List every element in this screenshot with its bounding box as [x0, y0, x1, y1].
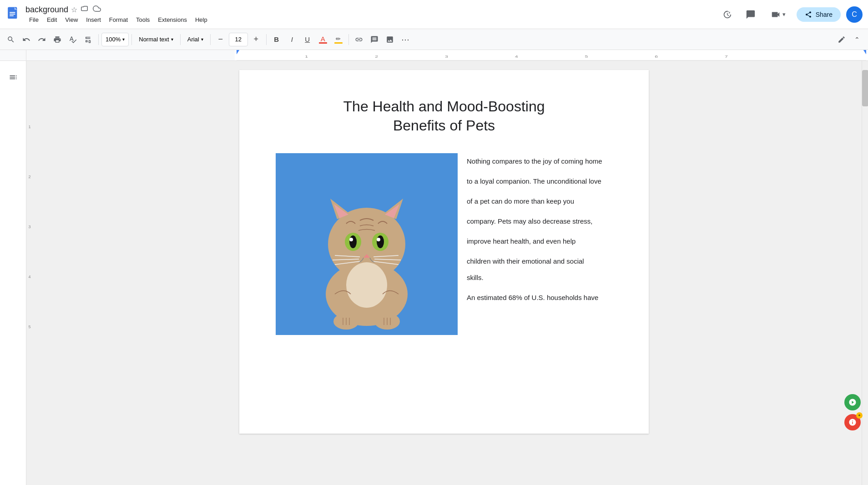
- svg-point-27: [349, 238, 353, 241]
- folder-icon[interactable]: [81, 5, 89, 15]
- text-para-4: company. Pets may also decrease stress,: [467, 213, 612, 230]
- zoom-dropdown-icon: ▾: [122, 37, 125, 42]
- text-para-6: children with their emotional and social…: [467, 253, 612, 286]
- increase-font-button[interactable]: +: [249, 32, 263, 47]
- font-select[interactable]: Arial ▾: [183, 33, 207, 46]
- top-bar: background ☆ File Edit View Insert: [0, 0, 868, 29]
- menu-format[interactable]: Format: [106, 15, 131, 24]
- zoom-value: 100%: [106, 36, 121, 43]
- doc-title[interactable]: background: [25, 5, 68, 15]
- separator-3: [180, 34, 181, 45]
- svg-point-36: [346, 262, 387, 308]
- menu-tools[interactable]: Tools: [132, 15, 153, 24]
- add-comment-button[interactable]: [367, 32, 382, 47]
- cat-image: [276, 153, 458, 335]
- print-button[interactable]: [50, 32, 65, 47]
- text-para-2: to a loyal companion. The unconditional …: [467, 173, 612, 190]
- text-content: Nothing compares to the joy of coming ho…: [467, 153, 612, 335]
- font-value: Arial: [187, 36, 199, 43]
- ruler: 1 2 3 4 5 6 7: [0, 50, 868, 61]
- link-button[interactable]: [352, 32, 366, 47]
- share-button[interactable]: Share: [797, 7, 841, 22]
- svg-text:6: 6: [655, 55, 658, 59]
- red-float-button[interactable]: +: [844, 414, 861, 430]
- menu-bar: File Edit View Insert Format Tools Exten…: [25, 15, 714, 24]
- svg-text:3: 3: [445, 55, 448, 59]
- top-bar-right: ▾ Share C: [718, 5, 863, 24]
- highlight-color-bar: [334, 42, 343, 44]
- doc-title-row: background ☆: [25, 5, 714, 15]
- paint-format-button[interactable]: [81, 32, 96, 47]
- menu-edit[interactable]: Edit: [43, 15, 61, 24]
- style-select[interactable]: Normal text ▾: [135, 33, 177, 46]
- toolbar: 100% ▾ Normal text ▾ Arial ▾ − 12 + B I …: [0, 29, 868, 50]
- text-para-5: improve heart health, and even help: [467, 233, 612, 250]
- spellcheck-button[interactable]: [66, 32, 80, 47]
- more-options-button[interactable]: ⋯: [398, 32, 413, 47]
- google-docs-icon[interactable]: [5, 6, 22, 23]
- main-layout: 1 2 3 4 5 The Health and Mood-BoostingBe…: [0, 61, 868, 485]
- document-page: The Health and Mood-BoostingBenefits of …: [239, 70, 649, 434]
- floating-buttons: +: [844, 394, 861, 430]
- menu-file[interactable]: File: [25, 15, 42, 24]
- font-size-area: − 12 +: [213, 32, 263, 47]
- separator-6: [348, 34, 349, 45]
- svg-point-25: [349, 235, 357, 248]
- style-value: Normal text: [139, 36, 169, 43]
- history-button[interactable]: [718, 5, 736, 24]
- separator-5: [266, 34, 267, 45]
- collapse-toolbar-button[interactable]: ⌃: [850, 32, 864, 47]
- separator-1: [98, 34, 99, 45]
- text-para-1: Nothing compares to the joy of coming ho…: [467, 153, 612, 170]
- doc-area[interactable]: 1 2 3 4 5 The Health and Mood-BoostingBe…: [26, 61, 862, 485]
- text-color-button[interactable]: A: [316, 32, 330, 47]
- svg-marker-14: [237, 50, 239, 55]
- font-dropdown-icon: ▾: [201, 37, 203, 42]
- menu-view[interactable]: View: [61, 15, 81, 24]
- bold-button[interactable]: B: [269, 32, 284, 47]
- zoom-select[interactable]: 100% ▾: [101, 33, 129, 46]
- sidebar: [0, 61, 26, 485]
- camera-meet-button[interactable]: ▾: [765, 7, 791, 22]
- green-float-button[interactable]: [844, 394, 861, 410]
- search-button[interactable]: [4, 32, 18, 47]
- comment-button[interactable]: [742, 5, 760, 24]
- undo-button[interactable]: [19, 32, 34, 47]
- underline-button[interactable]: U: [300, 32, 315, 47]
- svg-text:4: 4: [515, 55, 518, 59]
- italic-button[interactable]: I: [285, 32, 299, 47]
- insert-image-button[interactable]: [383, 32, 397, 47]
- menu-help[interactable]: Help: [192, 15, 211, 24]
- redo-button[interactable]: [35, 32, 49, 47]
- svg-point-28: [377, 238, 380, 241]
- content-area: Nothing compares to the joy of coming ho…: [276, 153, 612, 335]
- doc-title-area: background ☆ File Edit View Insert: [25, 5, 714, 24]
- separator-4: [210, 34, 211, 45]
- font-size-display[interactable]: 12: [229, 33, 248, 46]
- text-para-7: An estimated 68% of U.S. households have: [467, 290, 612, 306]
- edit-mode-button[interactable]: [834, 32, 849, 47]
- decrease-font-button[interactable]: −: [213, 32, 228, 47]
- menu-extensions[interactable]: Extensions: [154, 15, 191, 24]
- scrollbar[interactable]: [862, 61, 868, 485]
- svg-text:7: 7: [725, 55, 728, 59]
- menu-insert[interactable]: Insert: [82, 15, 105, 24]
- text-para-3: of a pet can do more than keep you: [467, 193, 612, 210]
- style-dropdown-icon: ▾: [171, 37, 173, 42]
- svg-point-26: [377, 235, 384, 248]
- separator-2: [131, 34, 132, 45]
- star-icon[interactable]: ☆: [71, 5, 77, 14]
- avatar[interactable]: C: [846, 6, 863, 23]
- share-label: Share: [816, 11, 833, 18]
- ruler-inner: 1 2 3 4 5 6 7: [235, 50, 868, 60]
- svg-marker-15: [863, 50, 866, 55]
- svg-rect-4: [10, 14, 15, 15]
- outline-icon[interactable]: [4, 68, 22, 86]
- svg-rect-5: [10, 15, 14, 16]
- cloud-icon[interactable]: [93, 5, 101, 15]
- highlight-button[interactable]: ✏: [331, 32, 346, 47]
- document-title: The Health and Mood-BoostingBenefits of …: [276, 97, 612, 135]
- text-color-bar: [319, 42, 327, 44]
- svg-text:1: 1: [305, 55, 308, 59]
- svg-rect-3: [10, 12, 15, 13]
